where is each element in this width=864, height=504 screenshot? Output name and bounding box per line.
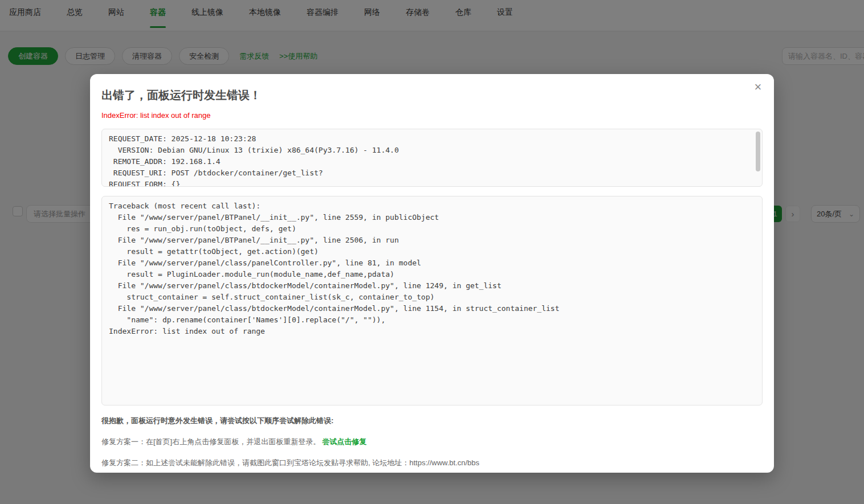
traceback-box[interactable]: Traceback (most recent call last): File … — [101, 196, 763, 405]
scrollbar-thumb[interactable] — [756, 132, 760, 171]
modal-title: 出错了，面板运行时发生错误！ — [101, 88, 763, 103]
error-message: IndexError: list index out of range — [101, 111, 763, 120]
error-modal: × 出错了，面板运行时发生错误！ IndexError: list index … — [90, 74, 774, 473]
request-info-box[interactable]: REQUEST_DATE: 2025-12-18 10:23:28 VERSIO… — [101, 129, 763, 187]
close-icon[interactable]: × — [750, 80, 766, 96]
apology-text: 很抱歉，面板运行时意外发生错误，请尝试按以下顺序尝试解除此错误: — [101, 416, 763, 426]
try-repair-link[interactable]: 尝试点击修复 — [322, 437, 366, 446]
request-info-text: REQUEST_DATE: 2025-12-18 10:23:28 VERSIO… — [109, 133, 755, 187]
fix-plan-one-text: 修复方案一：在[首页]右上角点击修复面板，并退出面板重新登录。 — [101, 437, 320, 446]
fix-plan-two: 修复方案二：如上述尝试未能解除此错误，请截图此窗口到宝塔论坛发贴寻求帮助, 论坛… — [101, 458, 763, 468]
traceback-text: Traceback (most recent call last): File … — [109, 200, 755, 337]
fix-plan-one: 修复方案一：在[首页]右上角点击修复面板，并退出面板重新登录。尝试点击修复 — [101, 437, 763, 447]
